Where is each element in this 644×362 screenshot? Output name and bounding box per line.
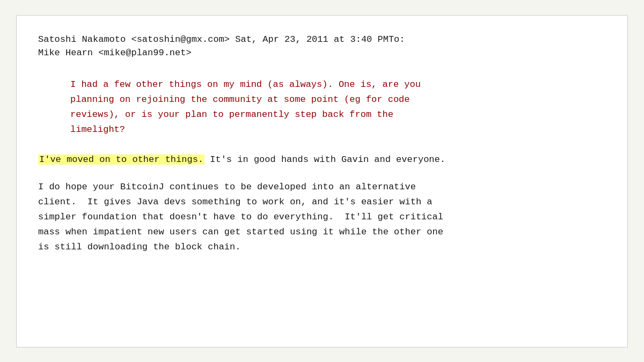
response-continuation: It's in good hands with Gavin and everyo… [204,154,445,165]
header-line-1: Satoshi Nakamoto <satoshin@gmx.com> Sat,… [38,33,606,47]
header-line-2: Mike Hearn <mike@plan99.net> [38,46,606,60]
highlighted-phrase: I've moved on to other things. [38,154,204,165]
body-paragraph: I do hope your BitcoinJ continues to be … [38,180,606,255]
email-body: I had a few other things on my mind (as … [38,77,606,255]
email-header: Satoshi Nakamoto <satoshin@gmx.com> Sat,… [38,33,606,60]
quoted-text: I had a few other things on my mind (as … [70,77,606,137]
response-line: I've moved on to other things. It's in g… [38,152,606,167]
email-container: Satoshi Nakamoto <satoshin@gmx.com> Sat,… [16,15,628,348]
